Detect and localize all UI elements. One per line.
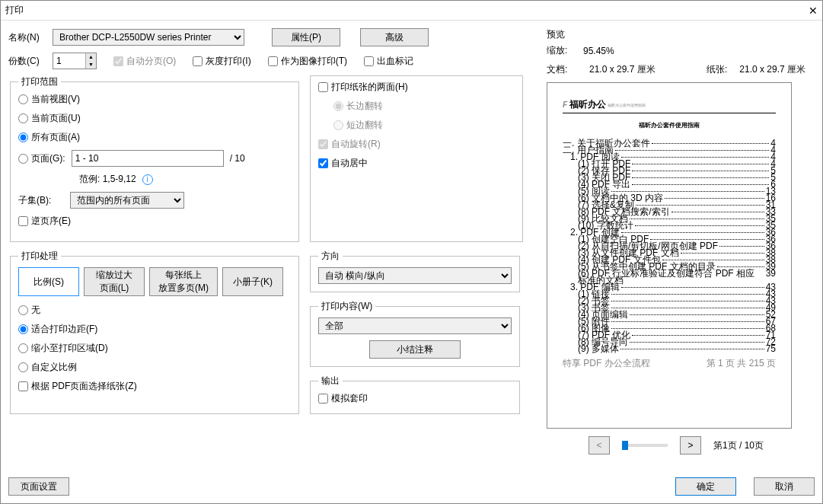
- duplex-checkbox[interactable]: 打印纸张的两面(H): [318, 81, 408, 94]
- printer-select[interactable]: Brother DCP-L2550DW series Printer: [53, 29, 244, 46]
- summarize-button[interactable]: 小结注释: [369, 340, 461, 359]
- subset-label: 子集(B):: [18, 194, 64, 207]
- next-page-button[interactable]: >: [680, 436, 701, 455]
- preview-logo: F: [563, 100, 567, 109]
- output-group: 输出 模拟套印: [310, 375, 520, 414]
- titlebar: 打印 ✕: [1, 1, 822, 21]
- all-pages-radio[interactable]: 所有页面(A): [18, 131, 80, 144]
- ok-button[interactable]: 确定: [675, 477, 736, 496]
- multi-page-tab[interactable]: 每张纸上 放置多页(M): [149, 267, 218, 296]
- page-slider[interactable]: [622, 444, 668, 447]
- properties-button[interactable]: 属性(P): [272, 28, 340, 46]
- spin-down-icon[interactable]: ▼: [85, 61, 96, 69]
- flip-long-radio: 长边翻转: [333, 100, 383, 113]
- pages-input[interactable]: [72, 150, 224, 167]
- close-icon[interactable]: ✕: [809, 5, 818, 17]
- pages-total: / 10: [230, 153, 245, 164]
- preview-page: F 福昕办公 福昕办公套件使用指南 福昕办公套件使用指南 一. 关于福昕办公套件…: [547, 82, 792, 429]
- pages-radio[interactable]: 页面(G):: [18, 152, 65, 165]
- orientation-select[interactable]: 自动 横向/纵向: [318, 267, 512, 284]
- scale-shrink-radio[interactable]: 缩小至打印区域(D): [18, 342, 108, 355]
- preview-title: 预览: [547, 28, 805, 41]
- page-setup-button[interactable]: 页面设置: [8, 477, 69, 496]
- scale-fit-radio[interactable]: 适合打印边距(F): [18, 323, 97, 336]
- orientation-group: 方向 自动 横向/纵向: [310, 250, 520, 292]
- name-label: 名称(N): [8, 31, 46, 44]
- preview-heading: 福昕办公套件使用指南: [563, 121, 776, 129]
- spin-up-icon[interactable]: ▲: [85, 53, 96, 61]
- zoom-value: 95.45%: [583, 46, 614, 56]
- duplex-group: 打印纸张的两面(H) 长边翻转 短边翻转 自动旋转(R) 自动居中: [310, 75, 523, 242]
- bleed-checkbox[interactable]: 出血标记: [364, 55, 413, 68]
- auto-rotate-checkbox: 自动旋转(R): [318, 138, 381, 151]
- grayscale-checkbox[interactable]: 灰度打印(I): [193, 55, 250, 68]
- info-icon[interactable]: i: [142, 174, 153, 185]
- collate-checkbox: 自动分页(O): [113, 55, 176, 68]
- fit-large-tab[interactable]: 缩放过大 页面(L): [84, 267, 145, 296]
- current-view-radio[interactable]: 当前视图(V): [18, 93, 80, 106]
- choose-paper-checkbox[interactable]: 根据 PDF页面选择纸张(Z): [18, 380, 137, 393]
- doc-size: 21.0 x 29.7 厘米: [589, 63, 656, 76]
- print-range-group: 打印范围 当前视图(V) 当前页面(U) 所有页面(A) 页面(G): / 10…: [10, 75, 299, 242]
- advanced-button[interactable]: 高级: [360, 28, 429, 46]
- subset-select[interactable]: 范围内的所有页面: [70, 192, 184, 209]
- current-page-radio[interactable]: 当前页面(U): [18, 112, 81, 125]
- page-status: 第1页 / 10页: [713, 439, 764, 452]
- range-example: 范例: 1,5-9,12: [79, 173, 136, 186]
- toc: 一. 关于福昕办公套件4二. 用户指南41. PDF 阅读4(1) 打开 PDF…: [563, 140, 776, 352]
- auto-center-checkbox[interactable]: 自动居中: [318, 157, 368, 170]
- content-group: 打印内容(W) 全部 小结注释: [310, 300, 520, 367]
- simulate-overprint-checkbox[interactable]: 模拟套印: [318, 392, 368, 405]
- paper-label: 纸张:: [707, 63, 727, 76]
- scale-none-radio[interactable]: 无: [18, 304, 40, 317]
- copies-label: 份数(C): [8, 55, 46, 68]
- doc-label: 文档:: [547, 63, 577, 76]
- scale-tab[interactable]: 比例(S): [18, 267, 79, 296]
- cancel-button[interactable]: 取消: [754, 477, 815, 496]
- reverse-checkbox[interactable]: 逆页序(E): [18, 215, 71, 228]
- paper-size: 21.0 x 29.7 厘米: [739, 63, 805, 76]
- flip-short-radio: 短边翻转: [333, 119, 383, 132]
- dialog-title: 打印: [5, 4, 24, 17]
- prev-page-button[interactable]: <: [589, 436, 610, 455]
- preview-panel: 预览 缩放: 95.45% 文档: 21.0 x 29.7 厘米 纸张: 21.…: [547, 28, 805, 465]
- content-select[interactable]: 全部: [318, 317, 512, 334]
- print-as-image-checkbox[interactable]: 作为图像打印(T): [268, 55, 347, 68]
- zoom-label: 缩放:: [547, 44, 577, 57]
- print-dialog: 打印 ✕ 名称(N) Brother DCP-L2550DW series Pr…: [0, 0, 823, 504]
- scale-custom-radio[interactable]: 自定义比例: [18, 361, 77, 374]
- booklet-tab[interactable]: 小册子(K): [222, 267, 283, 296]
- handling-group: 打印处理 比例(S) 缩放过大 页面(L) 每张纸上 放置多页(M) 小册子(K…: [10, 250, 299, 414]
